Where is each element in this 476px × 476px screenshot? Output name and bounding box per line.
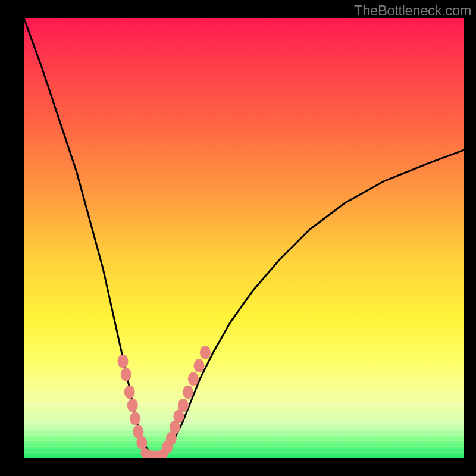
data-marker (194, 359, 205, 372)
marker-cluster-right (162, 346, 211, 454)
data-marker (145, 450, 154, 458)
data-marker (174, 409, 184, 423)
plot-area (24, 18, 464, 458)
data-marker (152, 451, 161, 458)
data-marker (149, 451, 157, 458)
marker-cluster-left (118, 355, 148, 449)
data-marker (170, 421, 180, 434)
data-marker (200, 346, 211, 359)
data-marker (156, 450, 164, 458)
data-marker (133, 425, 143, 439)
chart-frame: TheBottleneck.com (0, 0, 476, 476)
data-marker (121, 368, 131, 381)
marker-cluster-bottom (141, 447, 168, 458)
curve-svg (24, 18, 464, 458)
data-marker (124, 386, 135, 399)
data-marker (118, 355, 129, 368)
data-marker (141, 447, 149, 458)
data-marker (159, 449, 168, 458)
data-marker (166, 431, 177, 445)
bottom-stripes (24, 375, 464, 458)
data-marker (162, 440, 173, 454)
data-marker (130, 412, 140, 425)
data-marker (183, 386, 193, 399)
data-marker (127, 399, 138, 412)
bottleneck-curve (24, 18, 464, 456)
data-marker (188, 372, 199, 386)
watermark-text: TheBottleneck.com (354, 2, 471, 19)
data-marker (178, 399, 189, 412)
data-marker (136, 436, 147, 450)
